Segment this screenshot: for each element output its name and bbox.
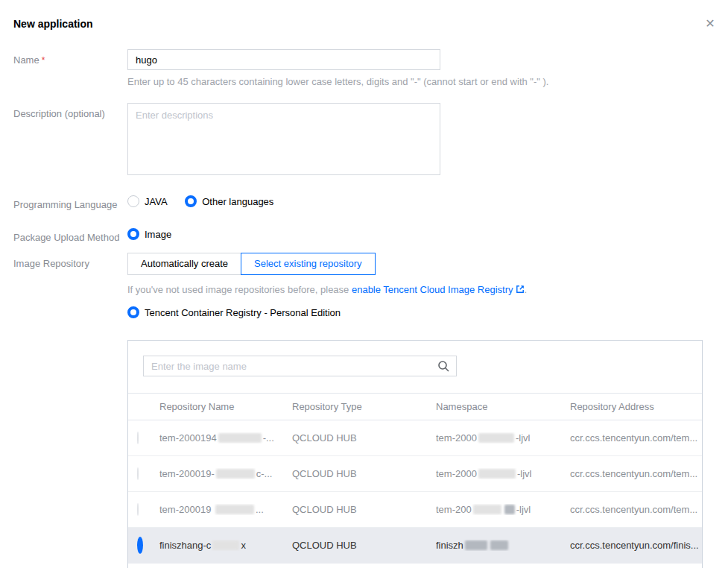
tab-select-existing-repository[interactable]: Select existing repository [241,253,376,275]
image-search-input[interactable] [143,356,457,376]
repository-name-cell: tem-2000194-... [159,432,292,444]
row-radio[interactable] [137,432,139,444]
repository-address-cell: ccr.ccs.tencentyun.com/tem... [570,432,702,444]
name-hint: Enter up to 45 characters containing low… [127,76,715,88]
namespace-cell: tem-2000-ljvl [436,432,570,444]
enable-registry-link[interactable]: enable Tencent Cloud Image Registry [352,284,513,295]
row-radio-checked[interactable] [137,537,143,554]
row-radio[interactable] [137,467,139,480]
package-upload-row: Package Upload Method Image [13,227,715,243]
radio-other-languages[interactable]: Other languages [185,195,273,207]
close-icon: ✕ [705,17,715,30]
image-repository-label: Image Repository [13,253,127,269]
repository-type-cell: QCLOUD HUB [292,504,436,515]
redacted-text [473,505,501,514]
new-application-form: Name* Enter up to 45 characters containi… [13,49,715,568]
redacted-text [218,433,262,443]
description-label: Description (optional) [13,103,127,119]
registry-edition-row: Tencent Container Registry - Personal Ed… [127,306,715,321]
table-row[interactable]: tem-2000194-... QCLOUD HUB tem-2000-ljvl… [128,420,702,456]
repository-name-cell: tem-200019 ... [159,504,292,515]
table-row[interactable]: tem-200019 ... QCLOUD HUB tem-200-ljvl c… [128,492,702,528]
table-row-selected[interactable]: finiszhang-cx QCLOUD HUB finiszh ccr.ccs… [128,528,702,564]
radio-unchecked-icon [127,195,139,207]
package-upload-label: Package Upload Method [13,227,127,243]
row-radio[interactable] [137,503,139,516]
table-header: Repository Name Repository Type Namespac… [128,393,702,420]
repository-hint: If you've not used image repositories be… [127,284,715,296]
namespace-cell: tem-200-ljvl [436,504,570,515]
table-row[interactable]: tem-200019-c-... QCLOUD HUB tem-2000-ljv… [128,456,702,492]
redacted-text [504,505,515,514]
repository-address-cell: ccr.ccs.tencentyun.com/finis... [570,540,702,551]
name-field-row: Name* Enter up to 45 characters containi… [13,49,715,88]
column-header-repository-type: Repository Type [292,401,436,412]
name-input[interactable] [127,49,440,70]
radio-image[interactable]: Image [127,228,171,240]
repository-address-cell: ccr.ccs.tencentyun.com/tem... [570,504,702,515]
description-input[interactable] [127,103,440,175]
column-header-namespace: Namespace [436,401,570,412]
column-header-repository-name: Repository Name [159,401,292,412]
redacted-text [478,469,516,479]
redacted-text [215,505,254,514]
radio-checked-icon [127,228,139,240]
namespace-cell: tem-2000-ljvl [436,468,570,479]
radio-checked-icon [185,195,197,207]
column-header-repository-address: Repository Address [570,401,702,412]
radio-checked-icon [127,306,139,318]
programming-language-row: Programming Language JAVA Other language… [13,194,715,210]
name-label: Name* [13,49,127,66]
repository-type-cell: QCLOUD HUB [292,432,436,444]
close-button[interactable]: ✕ [701,15,719,33]
radio-tcr-personal-edition[interactable]: Tencent Container Registry - Personal Ed… [127,306,341,318]
redacted-text [490,540,508,550]
tab-automatically-create[interactable]: Automatically create [127,253,241,275]
repository-mode-tabs: Automatically create Select existing rep… [127,253,376,275]
repository-table: Repository Name Repository Type Namespac… [128,393,702,564]
redacted-text [478,433,514,443]
namespace-cell: finiszh [436,540,570,551]
image-search [143,356,457,376]
programming-language-label: Programming Language [13,194,127,210]
external-link-icon [516,285,525,296]
redacted-text [465,540,487,550]
new-application-dialog: New application ✕ Name* Enter up to 45 c… [0,0,728,568]
repository-picker-panel: Repository Name Repository Type Namespac… [127,340,703,568]
description-field-row: Description (optional) [13,103,715,177]
redacted-text [216,469,255,479]
repository-name-cell: tem-200019-c-... [159,468,292,479]
page-title: New application [13,18,715,30]
search-icon[interactable] [437,360,450,375]
image-repository-row: Image Repository Automatically create Se… [13,253,715,296]
required-asterisk: * [42,55,45,66]
repository-address-cell: ccr.ccs.tencentyun.com/tem... [570,468,702,479]
repository-name-cell: finiszhang-cx [159,540,292,551]
repository-type-cell: QCLOUD HUB [292,468,436,479]
repository-type-cell: QCLOUD HUB [292,540,436,551]
redacted-text [212,540,239,550]
radio-java[interactable]: JAVA [127,195,168,207]
